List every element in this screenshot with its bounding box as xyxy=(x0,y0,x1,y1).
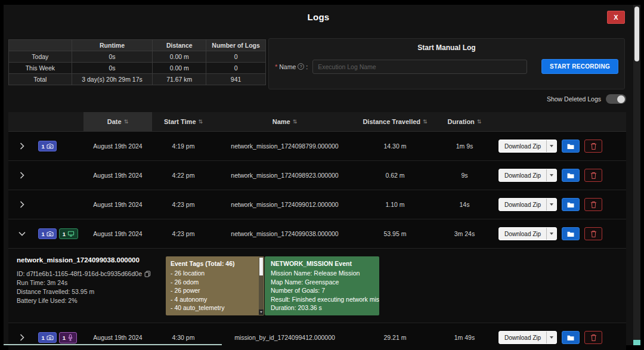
sort-icon: ⇅ xyxy=(124,119,129,125)
open-folder-button[interactable] xyxy=(562,140,580,153)
name-colon: : xyxy=(306,63,308,70)
download-options-caret[interactable] xyxy=(546,140,556,152)
caret-down-icon xyxy=(550,203,553,206)
log-start-time: 4:30 pm xyxy=(152,334,215,341)
folder-icon xyxy=(566,172,575,179)
log-duration: 9s xyxy=(435,172,494,179)
mission-event-panel: NETWORK_MISSION Event Mission Name: Rele… xyxy=(265,256,379,315)
info-icon: ? xyxy=(298,63,304,70)
camera-count-badge: 1 xyxy=(38,141,57,151)
camera-icon xyxy=(47,143,54,149)
show-deleted-label: Show Deleted Logs xyxy=(547,95,601,103)
summary-row-total: Total 3 day(s) 20h 29m 17s 71.67 km 941 xyxy=(9,74,266,85)
event-tag: - 26 odom xyxy=(171,278,256,287)
download-zip-button[interactable]: Download Zip xyxy=(499,198,557,211)
trash-icon xyxy=(590,334,597,342)
name-label: Name xyxy=(279,63,296,70)
mission-event-title: NETWORK_MISSION Event xyxy=(271,260,373,267)
required-mark: * xyxy=(275,63,277,70)
delete-log-button[interactable] xyxy=(584,169,602,182)
header-name[interactable]: Name ⇅ xyxy=(215,112,355,131)
header-date[interactable]: Date ⇅ xyxy=(83,112,152,131)
log-date: August 19th 2024 xyxy=(83,230,152,237)
header-duration[interactable]: Duration ⇅ xyxy=(435,112,494,131)
log-row: August 19th 2024 4:23 pm network_mission… xyxy=(8,190,626,219)
log-summary-table: Runtime Distance Number of Logs Today 0s… xyxy=(8,39,266,85)
log-row-expanded: 1 1 August 19th 2024 4:23 pm network_mis… xyxy=(8,219,626,249)
expand-row-button[interactable] xyxy=(16,331,29,344)
scroll-down-icon[interactable] xyxy=(259,309,264,315)
mission-event-line: Map Name: Greenspace xyxy=(271,278,373,287)
expand-row-button[interactable] xyxy=(16,198,29,211)
download-options-caret[interactable] xyxy=(546,169,556,181)
log-row: 1 1 August 19th 2024 4:30 pm mission_by_… xyxy=(8,323,626,350)
camera-count-badge: 1 xyxy=(38,332,57,343)
log-name: network_mission_1724099038.000000 xyxy=(215,230,355,237)
download-zip-button[interactable]: Download Zip xyxy=(499,140,557,153)
collapse-row-button[interactable] xyxy=(16,227,29,240)
log-duration: 1m 9s xyxy=(435,143,494,150)
mission-event-line: Mission Name: Release Mission xyxy=(271,269,373,278)
window-scrollbar[interactable] xyxy=(633,5,640,345)
bottom-edge-strip xyxy=(4,344,222,345)
log-date: August 19th 2024 xyxy=(83,201,152,208)
download-options-caret[interactable] xyxy=(546,199,556,210)
summary-row-week: This Week 0s 0.00 m 0 xyxy=(9,63,266,74)
delete-log-button[interactable] xyxy=(584,331,602,344)
header-distance[interactable]: Distance Travelled ⇅ xyxy=(355,112,435,131)
scrollbar-thumb[interactable] xyxy=(634,7,639,61)
sort-icon: ⇅ xyxy=(293,119,298,125)
log-distance: 0.62 m xyxy=(355,172,435,179)
folder-icon xyxy=(566,334,575,341)
camera-icon xyxy=(47,231,54,237)
log-distance: 1.10 m xyxy=(355,201,435,208)
event-tags-title: Event Tags (Total: 46) xyxy=(171,260,256,267)
open-folder-button[interactable] xyxy=(562,227,580,240)
log-row: August 19th 2024 4:22 pm network_mission… xyxy=(8,161,626,190)
log-name-input[interactable] xyxy=(312,60,527,74)
detail-distance: Distance Travelled: 53.95 m xyxy=(17,287,166,296)
header-start-time[interactable]: Start Time ⇅ xyxy=(152,112,215,131)
download-zip-button[interactable]: Download Zip xyxy=(499,331,557,344)
download-zip-button[interactable]: Download Zip xyxy=(499,169,557,182)
microphone-icon xyxy=(67,334,73,341)
download-options-caret[interactable] xyxy=(546,228,556,240)
open-folder-button[interactable] xyxy=(562,169,580,182)
delete-log-button[interactable] xyxy=(584,140,602,153)
expand-row-button[interactable] xyxy=(16,140,29,153)
show-deleted-toggle[interactable] xyxy=(606,94,626,104)
logs-table-header: Date ⇅ Start Time ⇅ Name ⇅ Distance Trav… xyxy=(8,112,626,132)
logs-table: Date ⇅ Start Time ⇅ Name ⇅ Distance Trav… xyxy=(8,112,626,350)
event-tag: - 26 power xyxy=(171,286,256,295)
open-folder-button[interactable] xyxy=(562,331,580,344)
event-tags-scrollbar[interactable] xyxy=(259,257,264,315)
download-zip-button[interactable]: Download Zip xyxy=(499,227,557,240)
detail-battery: Battery Life Used: 2% xyxy=(17,296,166,305)
log-distance: 29.21 m xyxy=(355,334,435,341)
mission-event-line: Result: Finished executing network missi… xyxy=(271,295,373,304)
chevron-right-icon xyxy=(20,334,24,341)
log-start-time: 4:19 pm xyxy=(152,143,215,150)
open-folder-button[interactable] xyxy=(562,198,580,211)
delete-log-button[interactable] xyxy=(584,227,602,240)
start-recording-button[interactable]: START RECORDING xyxy=(541,59,618,74)
summary-header-blank xyxy=(9,40,72,51)
folder-icon xyxy=(566,231,575,237)
scrollbar-thumb[interactable] xyxy=(259,258,263,275)
download-options-caret[interactable] xyxy=(546,332,556,343)
log-date: August 19th 2024 xyxy=(83,172,152,179)
log-duration: 3m 24s xyxy=(435,230,494,237)
page-title: Logs xyxy=(4,12,633,22)
camera-count-badge: 1 xyxy=(38,228,57,239)
log-start-time: 4:23 pm xyxy=(152,230,215,237)
copy-id-icon[interactable] xyxy=(144,271,151,277)
caret-down-icon xyxy=(550,145,553,147)
caret-down-icon xyxy=(550,233,553,235)
expand-row-button[interactable] xyxy=(16,169,29,182)
close-button[interactable]: X xyxy=(607,11,625,24)
log-start-time: 4:22 pm xyxy=(152,172,215,179)
folder-icon xyxy=(566,202,575,208)
start-manual-log-panel: Start Manual Log * Name ? : START RECORD… xyxy=(268,38,625,89)
delete-log-button[interactable] xyxy=(584,198,602,211)
chevron-right-icon xyxy=(20,143,24,150)
